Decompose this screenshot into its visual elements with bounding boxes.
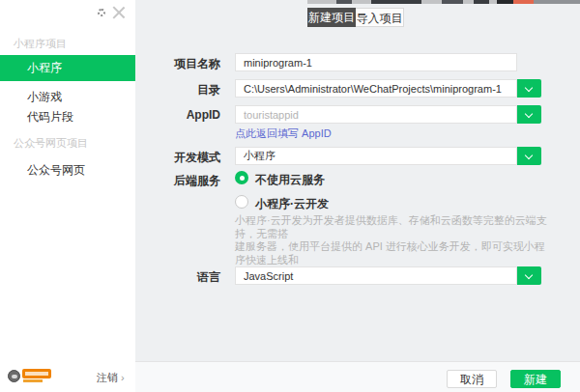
backend-service-label: 后端服务 — [135, 173, 220, 189]
sidebar-item-official-account-web[interactable]: 公众号网页 — [0, 158, 135, 182]
dev-mode-label: 开发模式 — [135, 150, 220, 166]
create-button[interactable]: 新建 — [510, 370, 561, 388]
watermark-text-block — [22, 369, 51, 378]
directory-dropdown-button[interactable] — [517, 79, 541, 98]
appid-fill-link[interactable]: 点此返回填写 AppID — [235, 126, 332, 141]
gear-icon[interactable] — [98, 9, 105, 16]
appid-dropdown-button[interactable] — [517, 105, 541, 124]
close-icon[interactable] — [111, 5, 127, 20]
chevron-down-icon — [525, 271, 533, 279]
chevron-down-icon — [525, 84, 533, 92]
sidebar-section-official-account: 公众号网页项目 — [14, 136, 88, 151]
radio-no-cloud-service[interactable] — [235, 171, 248, 184]
cancel-button[interactable]: 取消 — [447, 370, 497, 388]
chevron-down-icon — [525, 152, 533, 159]
chevron-down-icon — [525, 110, 533, 118]
sidebar-section-miniprogram-project: 小程序项目 — [14, 37, 67, 51]
project-tabs: 新建项目 导入项目 — [307, 8, 404, 27]
watermark-avatar-icon — [8, 370, 20, 382]
background-window-sliver — [307, 0, 580, 4]
background-orange-segment — [513, 0, 534, 4]
tab-new-project[interactable]: 新建项目 — [307, 8, 356, 27]
sidebar-item-miniprogram[interactable]: 小程序 — [0, 55, 135, 81]
tab-import-project[interactable]: 导入项目 — [356, 8, 404, 27]
sidebar: 小程序项目 小程序 小游戏 代码片段 公众号网页项目 公众号网页 注销› — [0, 0, 135, 392]
appid-label: AppID — [135, 108, 220, 122]
language-label: 语言 — [135, 269, 220, 286]
appid-input[interactable] — [235, 105, 517, 124]
radio-cloud-dev[interactable] — [235, 195, 248, 209]
dev-mode-input[interactable] — [235, 147, 517, 165]
chevron-right-icon: › — [121, 372, 125, 383]
watermark-logo — [8, 368, 52, 385]
sidebar-item-code-snippet[interactable]: 代码片段 — [0, 105, 135, 128]
directory-input[interactable] — [235, 79, 517, 98]
project-name-label: 项目名称 — [135, 56, 220, 72]
logout-label: 注销 — [97, 372, 118, 383]
project-name-input[interactable] — [235, 53, 517, 71]
directory-label: 目录 — [135, 82, 220, 98]
new-project-dialog: 小程序项目 小程序 小游戏 代码片段 公众号网页项目 公众号网页 注销› 新建项… — [0, 0, 580, 392]
logout-button[interactable]: 注销› — [97, 371, 125, 385]
language-input[interactable] — [235, 266, 517, 285]
watermark-subtext-block — [23, 379, 43, 382]
language-dropdown-button[interactable] — [517, 266, 541, 285]
radio-no-cloud-service-label: 不使用云服务 — [255, 172, 325, 188]
dev-mode-dropdown-button[interactable] — [517, 147, 541, 165]
dialog-footer: 取消 新建 — [135, 361, 580, 392]
radio-cloud-dev-label: 小程序·云开发 — [255, 196, 329, 212]
